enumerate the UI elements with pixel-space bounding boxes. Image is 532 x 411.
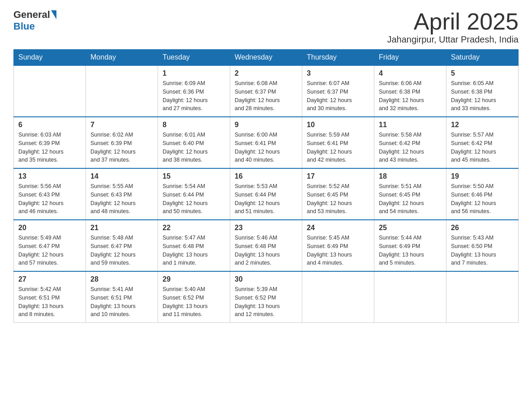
calendar-header-monday: Monday: [86, 50, 158, 66]
calendar-header-wednesday: Wednesday: [230, 50, 302, 66]
calendar-cell: 11Sunrise: 5:58 AM Sunset: 6:42 PM Dayli…: [374, 117, 446, 168]
day-info: Sunrise: 5:46 AM Sunset: 6:48 PM Dayligh…: [235, 234, 297, 267]
calendar-cell: 24Sunrise: 5:45 AM Sunset: 6:49 PM Dayli…: [302, 220, 374, 271]
day-number: 5: [451, 69, 514, 77]
day-info: Sunrise: 5:40 AM Sunset: 6:52 PM Dayligh…: [163, 285, 225, 319]
day-info: Sunrise: 6:08 AM Sunset: 6:37 PM Dayligh…: [235, 79, 297, 113]
calendar-cell: 14Sunrise: 5:55 AM Sunset: 6:43 PM Dayli…: [86, 168, 158, 220]
title-block: April 2025 Jahangirpur, Uttar Pradesh, I…: [387, 9, 519, 45]
day-info: Sunrise: 5:43 AM Sunset: 6:50 PM Dayligh…: [451, 234, 514, 267]
calendar-table: SundayMondayTuesdayWednesdayThursdayFrid…: [13, 49, 519, 323]
day-info: Sunrise: 5:54 AM Sunset: 6:44 PM Dayligh…: [163, 182, 225, 216]
day-info: Sunrise: 6:00 AM Sunset: 6:41 PM Dayligh…: [235, 131, 297, 164]
calendar-week-row: 6Sunrise: 6:03 AM Sunset: 6:39 PM Daylig…: [14, 117, 519, 168]
calendar-cell: 28Sunrise: 5:41 AM Sunset: 6:51 PM Dayli…: [86, 271, 158, 323]
day-number: 30: [235, 275, 297, 283]
calendar-cell: 5Sunrise: 6:05 AM Sunset: 6:38 PM Daylig…: [446, 65, 519, 117]
calendar-cell: 4Sunrise: 6:06 AM Sunset: 6:38 PM Daylig…: [374, 65, 446, 117]
calendar-cell: 17Sunrise: 5:52 AM Sunset: 6:45 PM Dayli…: [302, 168, 374, 220]
day-info: Sunrise: 5:41 AM Sunset: 6:51 PM Dayligh…: [90, 285, 153, 319]
day-number: 16: [235, 172, 297, 180]
day-number: 9: [235, 121, 297, 129]
day-number: 22: [163, 224, 225, 232]
day-info: Sunrise: 6:01 AM Sunset: 6:40 PM Dayligh…: [163, 131, 225, 164]
calendar-cell: 25Sunrise: 5:44 AM Sunset: 6:49 PM Dayli…: [374, 220, 446, 271]
day-number: 15: [163, 172, 225, 180]
day-info: Sunrise: 6:03 AM Sunset: 6:39 PM Dayligh…: [18, 131, 81, 164]
day-info: Sunrise: 6:07 AM Sunset: 6:37 PM Dayligh…: [307, 79, 369, 113]
calendar-cell: 15Sunrise: 5:54 AM Sunset: 6:44 PM Dayli…: [158, 168, 230, 220]
calendar-header-thursday: Thursday: [302, 50, 374, 66]
day-number: 20: [18, 224, 81, 232]
page-header: General Blue April 2025 Jahangirpur, Utt…: [13, 9, 519, 45]
logo-arrow-icon: [51, 10, 56, 19]
month-title: April 2025: [387, 9, 519, 34]
day-info: Sunrise: 5:57 AM Sunset: 6:42 PM Dayligh…: [451, 131, 514, 164]
calendar-cell: [14, 65, 86, 117]
calendar-cell: 16Sunrise: 5:53 AM Sunset: 6:44 PM Dayli…: [230, 168, 302, 220]
day-number: 14: [90, 172, 153, 180]
day-number: 25: [379, 224, 442, 232]
day-info: Sunrise: 5:49 AM Sunset: 6:47 PM Dayligh…: [18, 234, 81, 267]
calendar-cell: 8Sunrise: 6:01 AM Sunset: 6:40 PM Daylig…: [158, 117, 230, 168]
day-number: 6: [18, 121, 81, 129]
calendar-header-tuesday: Tuesday: [158, 50, 230, 66]
day-number: 7: [90, 121, 153, 129]
calendar-cell: [374, 271, 446, 323]
day-number: 3: [307, 69, 369, 77]
day-info: Sunrise: 5:51 AM Sunset: 6:45 PM Dayligh…: [379, 182, 442, 216]
calendar-cell: 3Sunrise: 6:07 AM Sunset: 6:37 PM Daylig…: [302, 65, 374, 117]
calendar-week-row: 27Sunrise: 5:42 AM Sunset: 6:51 PM Dayli…: [14, 271, 519, 323]
calendar-cell: 23Sunrise: 5:46 AM Sunset: 6:48 PM Dayli…: [230, 220, 302, 271]
calendar-cell: 2Sunrise: 6:08 AM Sunset: 6:37 PM Daylig…: [230, 65, 302, 117]
day-number: 10: [307, 121, 369, 129]
day-info: Sunrise: 5:45 AM Sunset: 6:49 PM Dayligh…: [307, 234, 369, 267]
calendar-cell: 12Sunrise: 5:57 AM Sunset: 6:42 PM Dayli…: [446, 117, 519, 168]
calendar-cell: 18Sunrise: 5:51 AM Sunset: 6:45 PM Dayli…: [374, 168, 446, 220]
day-number: 28: [90, 275, 153, 283]
logo-general-text: General: [13, 9, 50, 21]
calendar-cell: 27Sunrise: 5:42 AM Sunset: 6:51 PM Dayli…: [14, 271, 86, 323]
day-number: 18: [379, 172, 442, 180]
day-info: Sunrise: 5:44 AM Sunset: 6:49 PM Dayligh…: [379, 234, 442, 267]
day-number: 2: [235, 69, 297, 77]
day-info: Sunrise: 5:59 AM Sunset: 6:41 PM Dayligh…: [307, 131, 369, 164]
calendar-cell: 21Sunrise: 5:48 AM Sunset: 6:47 PM Dayli…: [86, 220, 158, 271]
calendar-cell: 1Sunrise: 6:09 AM Sunset: 6:36 PM Daylig…: [158, 65, 230, 117]
calendar-cell: 26Sunrise: 5:43 AM Sunset: 6:50 PM Dayli…: [446, 220, 519, 271]
day-number: 19: [451, 172, 514, 180]
day-number: 29: [163, 275, 225, 283]
day-number: 26: [451, 224, 514, 232]
day-number: 21: [90, 224, 153, 232]
day-number: 4: [379, 69, 442, 77]
day-info: Sunrise: 6:06 AM Sunset: 6:38 PM Dayligh…: [379, 79, 442, 113]
calendar-cell: 29Sunrise: 5:40 AM Sunset: 6:52 PM Dayli…: [158, 271, 230, 323]
calendar-cell: 9Sunrise: 6:00 AM Sunset: 6:41 PM Daylig…: [230, 117, 302, 168]
day-info: Sunrise: 5:56 AM Sunset: 6:43 PM Dayligh…: [18, 182, 81, 216]
location-text: Jahangirpur, Uttar Pradesh, India: [387, 34, 519, 45]
calendar-cell: 10Sunrise: 5:59 AM Sunset: 6:41 PM Dayli…: [302, 117, 374, 168]
calendar-cell: 30Sunrise: 5:39 AM Sunset: 6:52 PM Dayli…: [230, 271, 302, 323]
day-info: Sunrise: 5:39 AM Sunset: 6:52 PM Dayligh…: [235, 285, 297, 319]
logo-blue-text: Blue: [13, 21, 35, 32]
calendar-cell: [86, 65, 158, 117]
day-info: Sunrise: 5:47 AM Sunset: 6:48 PM Dayligh…: [163, 234, 225, 267]
logo: General Blue: [13, 9, 56, 32]
day-number: 13: [18, 172, 81, 180]
day-info: Sunrise: 5:48 AM Sunset: 6:47 PM Dayligh…: [90, 234, 153, 267]
calendar-cell: [446, 271, 519, 323]
day-info: Sunrise: 5:53 AM Sunset: 6:44 PM Dayligh…: [235, 182, 297, 216]
day-number: 8: [163, 121, 225, 129]
calendar-cell: 20Sunrise: 5:49 AM Sunset: 6:47 PM Dayli…: [14, 220, 86, 271]
day-number: 23: [235, 224, 297, 232]
day-number: 17: [307, 172, 369, 180]
calendar-cell: 22Sunrise: 5:47 AM Sunset: 6:48 PM Dayli…: [158, 220, 230, 271]
calendar-cell: 13Sunrise: 5:56 AM Sunset: 6:43 PM Dayli…: [14, 168, 86, 220]
day-info: Sunrise: 6:09 AM Sunset: 6:36 PM Dayligh…: [163, 79, 225, 113]
calendar-week-row: 20Sunrise: 5:49 AM Sunset: 6:47 PM Dayli…: [14, 220, 519, 271]
day-number: 27: [18, 275, 81, 283]
day-number: 11: [379, 121, 442, 129]
day-number: 1: [163, 69, 225, 77]
day-info: Sunrise: 5:42 AM Sunset: 6:51 PM Dayligh…: [18, 285, 81, 319]
day-number: 24: [307, 224, 369, 232]
